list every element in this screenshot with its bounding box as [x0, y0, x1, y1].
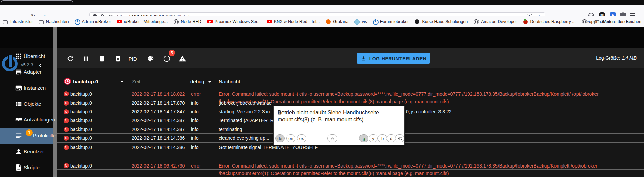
sidebar-scrollbar[interactable]: [53, 27, 57, 177]
log-level: info: [191, 134, 199, 143]
collapse-chevron-button[interactable]: [327, 134, 337, 142]
colors-palette-icon[interactable]: [146, 54, 155, 63]
log-time: 2022-02-17 18:14:14.386: [132, 134, 185, 143]
log-message: terminating: [219, 125, 242, 134]
globe-icon: [173, 19, 179, 24]
sidebar-item-adapter[interactable]: Adapter: [0, 64, 53, 80]
log-toolbar: [57, 48, 644, 68]
log-level: info: [191, 116, 199, 125]
sidebar-item-aufzaehlungen[interactable]: Aufzählungen: [0, 112, 53, 128]
log-row: ↻ backitup.0 2022-02-17 18:14:14.386 inf…: [57, 143, 644, 161]
more-bookmarks[interactable]: Weitere Lesezeichen: [594, 19, 641, 24]
lang-en-button[interactable]: en: [286, 134, 295, 142]
backitup-icon: ↻: [64, 109, 69, 114]
chevron-down-icon[interactable]: [120, 81, 124, 83]
refresh-icon[interactable]: [66, 54, 75, 63]
log-row: ↻ backitup.0 2022-02-17 18:09:42.730 err…: [57, 161, 644, 170]
log-time: 2022-02-17 18:14:14.387: [132, 125, 185, 134]
clear-log-icon[interactable]: [98, 54, 106, 63]
pid-toggle[interactable]: PID: [128, 54, 137, 63]
list-icon: [15, 100, 22, 108]
download-icon: [360, 56, 366, 61]
youtube-icon: [267, 19, 272, 24]
quick-g-button[interactable]: g: [359, 134, 368, 142]
sidebar-item-uebersicht[interactable]: Übersicht: [0, 48, 53, 64]
log-source: backitup.0: [70, 107, 92, 116]
log-source: backitup.0: [70, 90, 92, 98]
log-level: info: [191, 125, 199, 134]
folder-icon: [3, 19, 8, 24]
speaker-icon: [397, 136, 402, 140]
quick-d-button[interactable]: d: [387, 134, 396, 142]
log-size: Log-Größe: 1.4 MB: [596, 55, 637, 61]
bookmark-item[interactable]: Kurse Haus Schulungen: [414, 19, 468, 24]
bookmarks-bar: Infrastruktur Nachrichten Admin ioBroker…: [0, 16, 644, 27]
translation-popup: Betrieb nicht erlaubt Siehe Handbuchseit…: [273, 106, 405, 145]
sidebar-item-instanzen[interactable]: Instanzen: [0, 80, 53, 96]
menu-icon[interactable]: [630, 13, 635, 14]
bookmark-item[interactable]: Amazon Developer: [473, 19, 517, 24]
browser-tab[interactable]: [1, 0, 73, 5]
bookmark-item[interactable]: Admin ioBroker: [74, 19, 111, 24]
browser-tab-strip: [0, 0, 644, 5]
backitup-icon: [64, 78, 71, 85]
error-count-badge: 5: [169, 50, 175, 56]
pause-icon[interactable]: [82, 54, 91, 63]
bookmark-item[interactable]: Grafana: [326, 19, 348, 24]
lang-de-button[interactable]: de: [275, 134, 285, 142]
grafana-icon: [326, 19, 331, 24]
warnings-filter-icon[interactable]: [178, 54, 187, 63]
globe-icon: [473, 19, 479, 24]
sidebar-item-benutzer[interactable]: Benutzer: [0, 144, 53, 160]
backitup-icon: ↻: [64, 118, 69, 123]
log-source: backitup.0: [70, 98, 92, 107]
download-log-button[interactable]: LOG HERUNTERLADEN: [357, 53, 430, 64]
source-filter-select[interactable]: backitup.0: [73, 79, 98, 84]
log-level: info: [191, 107, 199, 116]
log-message: [iobroker] backup was ac: [219, 98, 271, 107]
log-message-fragment: .0, js-controller: 3.3.22: [405, 107, 452, 116]
bookmark-item[interactable]: Infrastruktur: [3, 19, 33, 24]
source-filter-underline: [63, 87, 128, 87]
bookmark-item[interactable]: Proxmox Windows Ser...: [207, 19, 261, 24]
bookmark-item[interactable]: ioBroker - Mitteilunge...: [117, 19, 168, 24]
bookmark-item[interactable]: Deutsches Raspberry ...: [523, 19, 576, 24]
log-time: 2022-02-17 18:14:17.847: [132, 107, 185, 116]
log-message: cleaned everything up...: [219, 134, 269, 143]
dark-circle-icon: [414, 19, 420, 24]
browser-toolbar: ← → ↻ ⌂ https://192.168.178.16:8081/#tab…: [0, 5, 644, 16]
logs-icon: [15, 132, 22, 139]
time-column-header[interactable]: Zeit: [132, 79, 140, 84]
sidebar-item-objekte[interactable]: Objekte: [0, 96, 53, 112]
folder-icon: [594, 19, 600, 24]
log-time: 2022-02-17 18:14:14.387: [132, 116, 185, 125]
quick-y-button[interactable]: y: [369, 134, 378, 142]
bookmark-item[interactable]: Forum iobroker: [373, 19, 409, 24]
backitup-icon: ↻: [64, 136, 69, 141]
level-filter-select[interactable]: debug: [190, 79, 204, 84]
chevron-down-icon[interactable]: [208, 81, 211, 83]
grid-icon: [15, 52, 22, 60]
message-filter-underline: [219, 87, 373, 87]
store-icon: [15, 68, 22, 76]
raspberry-icon: [523, 19, 528, 24]
bookmark-item[interactable]: vis: [354, 19, 367, 24]
message-column-header[interactable]: Nachricht: [219, 79, 240, 84]
log-source: backitup.0: [70, 116, 92, 125]
bookmarks-overflow-chevron[interactable]: »: [587, 19, 589, 25]
clear-log-file-icon[interactable]: [114, 54, 122, 63]
sidebar-item-protokolle[interactable]: 1 Protokolle: [0, 128, 53, 144]
scripts-icon: [15, 164, 22, 171]
speaker-button[interactable]: [395, 134, 404, 142]
iobroker-icon: [74, 19, 80, 24]
bookmark-item[interactable]: Node-RED: [173, 19, 201, 24]
quick-b-button[interactable]: b: [378, 134, 387, 142]
sidebar-item-skripte[interactable]: Skripte: [0, 160, 53, 176]
chevron-up-icon: [331, 137, 334, 140]
log-row: ↻ backitup.0 2022-02-17 18:14:18.022 err…: [57, 89, 644, 98]
sidebar: Übersicht Adapter Instanzen Objekte Aufz…: [0, 48, 53, 176]
lang-es-button[interactable]: es: [297, 134, 306, 142]
folder-icon: [39, 19, 44, 24]
bookmark-item[interactable]: Nachrichten: [39, 19, 69, 24]
bookmark-item[interactable]: KNX & Node-Red - Tel...: [267, 19, 320, 24]
